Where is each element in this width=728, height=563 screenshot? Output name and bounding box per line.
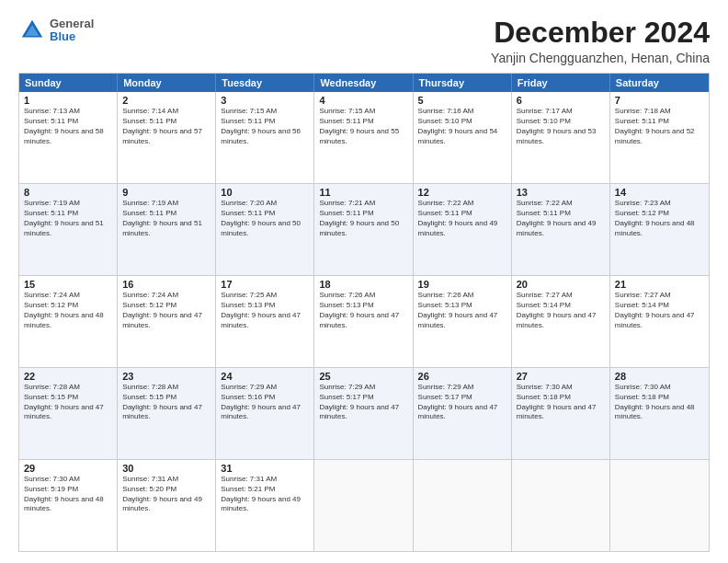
day-number: 9 <box>122 187 210 198</box>
calendar-cell: 21Sunrise: 7:27 AM Sunset: 5:14 PM Dayli… <box>610 276 709 367</box>
calendar-cell: 12Sunrise: 7:22 AM Sunset: 5:11 PM Dayli… <box>414 184 512 275</box>
day-number: 16 <box>122 279 210 290</box>
calendar-header-row: SundayMondayTuesdayWednesdayThursdayFrid… <box>19 74 709 92</box>
day-number: 1 <box>24 95 112 106</box>
cell-info: Sunrise: 7:14 AM Sunset: 5:11 PM Dayligh… <box>122 107 210 146</box>
calendar-header-cell: Friday <box>512 74 610 92</box>
cell-info: Sunrise: 7:22 AM Sunset: 5:11 PM Dayligh… <box>517 199 605 238</box>
day-number: 15 <box>24 279 112 290</box>
calendar-cell: 25Sunrise: 7:29 AM Sunset: 5:17 PM Dayli… <box>314 368 413 459</box>
day-number: 3 <box>221 95 309 106</box>
cell-info: Sunrise: 7:19 AM Sunset: 5:11 PM Dayligh… <box>122 199 210 238</box>
calendar-cell: 17Sunrise: 7:25 AM Sunset: 5:13 PM Dayli… <box>216 276 314 367</box>
day-number: 27 <box>517 371 605 382</box>
cell-info: Sunrise: 7:21 AM Sunset: 5:11 PM Dayligh… <box>319 199 407 238</box>
day-number: 11 <box>319 187 407 198</box>
day-number: 26 <box>418 371 506 382</box>
calendar-cell: 13Sunrise: 7:22 AM Sunset: 5:11 PM Dayli… <box>512 184 610 275</box>
calendar-row: 22Sunrise: 7:28 AM Sunset: 5:15 PM Dayli… <box>19 368 709 460</box>
calendar-cell: 8Sunrise: 7:19 AM Sunset: 5:11 PM Daylig… <box>19 184 118 275</box>
calendar-cell: 4Sunrise: 7:15 AM Sunset: 5:11 PM Daylig… <box>314 92 413 183</box>
logo: General Blue <box>18 17 94 44</box>
day-number: 30 <box>122 463 210 474</box>
cell-info: Sunrise: 7:27 AM Sunset: 5:14 PM Dayligh… <box>517 291 605 330</box>
calendar: SundayMondayTuesdayWednesdayThursdayFrid… <box>18 73 710 552</box>
calendar-cell: 5Sunrise: 7:16 AM Sunset: 5:10 PM Daylig… <box>414 92 512 183</box>
calendar-cell: 15Sunrise: 7:24 AM Sunset: 5:12 PM Dayli… <box>19 276 118 367</box>
cell-info: Sunrise: 7:28 AM Sunset: 5:15 PM Dayligh… <box>122 383 210 422</box>
cell-info: Sunrise: 7:18 AM Sunset: 5:11 PM Dayligh… <box>615 107 704 146</box>
calendar-header-cell: Tuesday <box>216 74 314 92</box>
day-number: 21 <box>615 279 704 290</box>
calendar-row: 8Sunrise: 7:19 AM Sunset: 5:11 PM Daylig… <box>19 184 709 276</box>
day-number: 7 <box>615 95 704 106</box>
cell-info: Sunrise: 7:28 AM Sunset: 5:15 PM Dayligh… <box>24 383 112 422</box>
calendar-cell: 14Sunrise: 7:23 AM Sunset: 5:12 PM Dayli… <box>610 184 709 275</box>
calendar-header-cell: Thursday <box>414 74 512 92</box>
header: General Blue December 2024 Yanjin Chengg… <box>18 17 710 65</box>
day-number: 17 <box>221 279 309 290</box>
main-title: December 2024 <box>491 17 710 49</box>
calendar-row: 29Sunrise: 7:30 AM Sunset: 5:19 PM Dayli… <box>19 460 709 551</box>
subtitle: Yanjin Chengguanzhen, Henan, China <box>491 51 710 65</box>
day-number: 19 <box>418 279 506 290</box>
day-number: 4 <box>319 95 407 106</box>
day-number: 13 <box>517 187 605 198</box>
cell-info: Sunrise: 7:31 AM Sunset: 5:20 PM Dayligh… <box>122 475 210 514</box>
cell-info: Sunrise: 7:23 AM Sunset: 5:12 PM Dayligh… <box>615 199 704 238</box>
calendar-cell: 27Sunrise: 7:30 AM Sunset: 5:18 PM Dayli… <box>512 368 610 459</box>
calendar-header-cell: Saturday <box>610 74 709 92</box>
calendar-cell: 20Sunrise: 7:27 AM Sunset: 5:14 PM Dayli… <box>512 276 610 367</box>
day-number: 24 <box>221 371 309 382</box>
calendar-cell: 10Sunrise: 7:20 AM Sunset: 5:11 PM Dayli… <box>216 184 314 275</box>
cell-info: Sunrise: 7:29 AM Sunset: 5:16 PM Dayligh… <box>221 383 309 422</box>
day-number: 12 <box>418 187 506 198</box>
cell-info: Sunrise: 7:29 AM Sunset: 5:17 PM Dayligh… <box>319 383 407 422</box>
cell-info: Sunrise: 7:30 AM Sunset: 5:19 PM Dayligh… <box>24 475 112 514</box>
day-number: 18 <box>319 279 407 290</box>
calendar-cell: 9Sunrise: 7:19 AM Sunset: 5:11 PM Daylig… <box>118 184 216 275</box>
cell-info: Sunrise: 7:22 AM Sunset: 5:11 PM Dayligh… <box>418 199 506 238</box>
title-block: December 2024 Yanjin Chengguanzhen, Hena… <box>491 17 710 65</box>
day-number: 23 <box>122 371 210 382</box>
cell-info: Sunrise: 7:29 AM Sunset: 5:17 PM Dayligh… <box>418 383 506 422</box>
logo-general: General <box>50 17 94 30</box>
cell-info: Sunrise: 7:30 AM Sunset: 5:18 PM Dayligh… <box>615 383 704 422</box>
calendar-cell: 28Sunrise: 7:30 AM Sunset: 5:18 PM Dayli… <box>610 368 709 459</box>
calendar-cell: 1Sunrise: 7:13 AM Sunset: 5:11 PM Daylig… <box>19 92 118 183</box>
cell-info: Sunrise: 7:26 AM Sunset: 5:13 PM Dayligh… <box>418 291 506 330</box>
calendar-cell: 23Sunrise: 7:28 AM Sunset: 5:15 PM Dayli… <box>118 368 216 459</box>
cell-info: Sunrise: 7:20 AM Sunset: 5:11 PM Dayligh… <box>221 199 309 238</box>
page: General Blue December 2024 Yanjin Chengg… <box>0 0 728 563</box>
day-number: 28 <box>615 371 704 382</box>
calendar-header-cell: Monday <box>118 74 216 92</box>
day-number: 8 <box>24 187 112 198</box>
logo-text: General Blue <box>50 17 94 44</box>
calendar-row: 15Sunrise: 7:24 AM Sunset: 5:12 PM Dayli… <box>19 276 709 368</box>
day-number: 10 <box>221 187 309 198</box>
calendar-cell: 26Sunrise: 7:29 AM Sunset: 5:17 PM Dayli… <box>414 368 512 459</box>
calendar-cell <box>314 460 413 551</box>
calendar-cell <box>512 460 610 551</box>
calendar-cell: 31Sunrise: 7:31 AM Sunset: 5:21 PM Dayli… <box>216 460 314 551</box>
calendar-cell <box>610 460 709 551</box>
calendar-cell <box>414 460 512 551</box>
cell-info: Sunrise: 7:15 AM Sunset: 5:11 PM Dayligh… <box>319 107 407 146</box>
cell-info: Sunrise: 7:24 AM Sunset: 5:12 PM Dayligh… <box>122 291 210 330</box>
day-number: 14 <box>615 187 704 198</box>
day-number: 6 <box>517 95 605 106</box>
cell-info: Sunrise: 7:25 AM Sunset: 5:13 PM Dayligh… <box>221 291 309 330</box>
cell-info: Sunrise: 7:16 AM Sunset: 5:10 PM Dayligh… <box>418 107 506 146</box>
cell-info: Sunrise: 7:19 AM Sunset: 5:11 PM Dayligh… <box>24 199 112 238</box>
calendar-row: 1Sunrise: 7:13 AM Sunset: 5:11 PM Daylig… <box>19 92 709 184</box>
day-number: 22 <box>24 371 112 382</box>
calendar-cell: 7Sunrise: 7:18 AM Sunset: 5:11 PM Daylig… <box>610 92 709 183</box>
day-number: 5 <box>418 95 506 106</box>
cell-info: Sunrise: 7:15 AM Sunset: 5:11 PM Dayligh… <box>221 107 309 146</box>
calendar-cell: 24Sunrise: 7:29 AM Sunset: 5:16 PM Dayli… <box>216 368 314 459</box>
day-number: 25 <box>319 371 407 382</box>
day-number: 2 <box>122 95 210 106</box>
calendar-header-cell: Sunday <box>19 74 118 92</box>
cell-info: Sunrise: 7:13 AM Sunset: 5:11 PM Dayligh… <box>24 107 112 146</box>
cell-info: Sunrise: 7:17 AM Sunset: 5:10 PM Dayligh… <box>517 107 605 146</box>
